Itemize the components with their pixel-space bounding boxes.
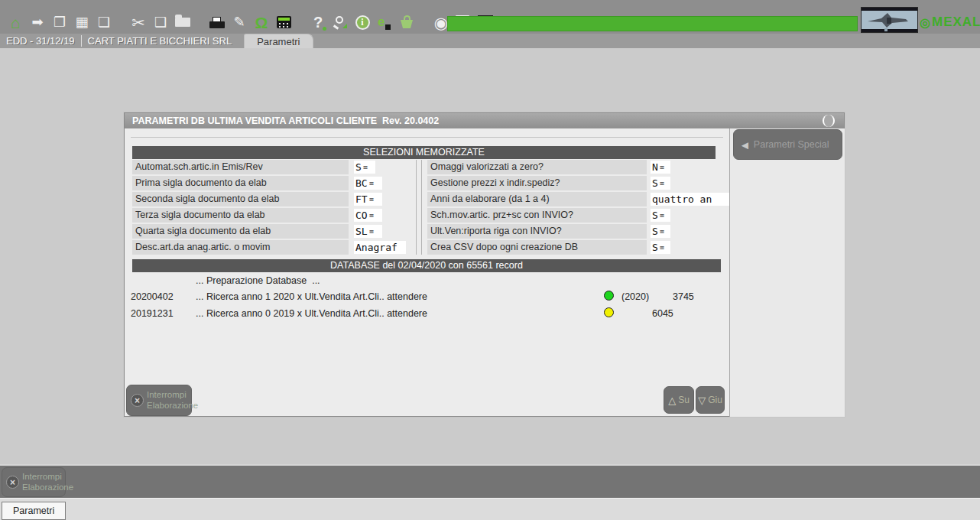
dialog-circle-button[interactable]	[823, 115, 835, 127]
application-window: ⌂ ➡ ❐ ▦ ❏ ✂ ❑ ✎ Ω ? i e ◉ ➤ AA	[0, 0, 980, 520]
log-row-year: (2020)	[621, 291, 649, 302]
field-input-quarta-sigla[interactable]: SL≡	[354, 225, 382, 238]
status-bar: Parametri	[0, 498, 980, 520]
field-label: Ult.Ven:riporta riga con INVIO?	[427, 224, 647, 239]
column-divider	[421, 160, 422, 255]
dialog-right-panel: ◄ Parametri Special	[729, 128, 845, 417]
dialog-rule	[131, 137, 723, 138]
form-row: Ult.Ven:riporta riga con INVIO? S≡	[427, 224, 737, 239]
column-divider	[416, 160, 417, 255]
status-dot-yellow	[604, 307, 614, 317]
omega-icon[interactable]: Ω	[252, 12, 271, 32]
help-icon[interactable]: ?	[309, 12, 327, 32]
field-input-gestione-prezzi[interactable]: S≡	[651, 177, 670, 190]
form-row: Terza sigla documento da elab CO≡	[132, 208, 406, 223]
parametri-db-dialog: PARAMETRI DB ULTIMA VENDITA ARTICOLI CLI…	[124, 112, 845, 417]
log-row-count: 6045	[652, 308, 673, 319]
tab-company-name[interactable]: CART PIATTI E BICCHIERI SRL	[82, 34, 239, 48]
form-column-right: Omaggi valorizzati a zero? N≡ Gestione p…	[427, 160, 737, 256]
log-row-count: 3745	[673, 291, 694, 302]
list-indicator-icon: ≡	[369, 228, 374, 236]
progress-bar	[447, 16, 858, 31]
field-input-omaggi[interactable]: N≡	[651, 161, 670, 174]
info-icon[interactable]: i	[353, 12, 372, 32]
field-input-ult-ven[interactable]: S≡	[651, 225, 670, 238]
triangle-up-icon: △	[668, 395, 676, 405]
list-indicator-icon: ≡	[369, 180, 374, 187]
arrow-left-icon: ◄	[739, 138, 751, 151]
log-row-id: 20191231	[131, 308, 174, 319]
mexal-logo-mark-icon: ◎	[920, 15, 930, 30]
list-indicator-icon: ≡	[369, 212, 374, 219]
form-row: Gestione prezzi x indir.spediz? S≡	[427, 176, 737, 190]
form-column-left: Automat.sch.artic.in Emis/Rev S≡ Prima s…	[132, 160, 406, 256]
field-input-prima-sigla[interactable]: BC≡	[354, 177, 382, 190]
form-row: Sch.mov.artic. prz+sc con INVIO? S≡	[427, 208, 737, 223]
form-row: Omaggi valorizzati a zero? N≡	[427, 160, 737, 174]
bottom-function-bar: × InterrompiElaborazione	[0, 464, 980, 498]
interrompi-elaborazione-button[interactable]: × InterrompiElaborazione	[126, 385, 192, 416]
form-row: Desc.art.da anag.artic. o movim Anagraf	[132, 240, 406, 255]
open-folder-icon[interactable]	[174, 12, 192, 32]
log-row-text: ... Ricerca anno 1 2020 x Ult.Vendita Ar…	[196, 291, 427, 302]
list-indicator-icon: ≡	[660, 228, 664, 236]
list-indicator-icon: ≡	[660, 180, 664, 187]
field-label: Automat.sch.artic.in Emis/Rev	[132, 160, 349, 174]
interrompi-elaborazione-bottom-button[interactable]: × InterrompiElaborazione	[2, 467, 66, 497]
field-label: Seconda sigla documento da elab	[132, 192, 349, 206]
copy-document-icon[interactable]: ❐	[50, 12, 69, 32]
field-label: Desc.art.da anag.artic. o movim	[132, 240, 349, 255]
field-input-terza-sigla[interactable]: CO≡	[354, 209, 382, 222]
movements-icon[interactable]: ▦	[73, 12, 91, 32]
search-icon[interactable]	[331, 12, 349, 32]
field-input-automat[interactable]: S≡	[354, 161, 375, 174]
field-label: Sch.mov.artic. prz+sc con INVIO?	[427, 208, 647, 223]
calculator-icon[interactable]	[274, 12, 293, 32]
field-input-crea-csv[interactable]: S≡	[651, 241, 670, 254]
form-row: Crea CSV dopo ogni creazione DB S≡	[427, 240, 737, 255]
field-input-seconda-sigla[interactable]: FT≡	[354, 193, 382, 206]
status-dot-green	[604, 291, 614, 301]
basket-icon[interactable]	[398, 12, 416, 32]
print-icon[interactable]	[208, 12, 226, 32]
airplane-photo	[861, 7, 918, 33]
log-prep-text: ... Preparazione Database ...	[196, 275, 320, 286]
field-label: Anni da elaborare (da 1 a 4)	[427, 192, 647, 206]
field-label: Gestione prezzi x indir.spediz?	[427, 176, 647, 190]
form-row: Quarta sigla documento da elab SL≡	[132, 224, 406, 239]
database-header: DATABASE del 02/04/2020 con 65561 record	[132, 259, 721, 272]
tab-strip: EDD - 31/12/19 CART PIATTI E BICCHIERI S…	[0, 34, 980, 48]
log-row-id: 20200402	[131, 291, 174, 302]
field-label: Prima sigla documento da elab	[132, 176, 349, 190]
tab-parametri[interactable]: Parametri	[244, 34, 313, 48]
ecommerce-icon[interactable]: e	[375, 12, 394, 32]
dialog-title: PARAMETRI DB ULTIMA VENDITA ARTICOLI CLI…	[125, 113, 844, 128]
parametri-special-button[interactable]: ◄ Parametri Special	[733, 129, 842, 160]
form-row: Seconda sigla documento da elab FT≡	[132, 192, 406, 206]
signature-icon[interactable]: ✎	[230, 12, 248, 32]
home-icon[interactable]: ⌂	[6, 12, 24, 32]
exit-document-icon[interactable]: ➡	[28, 12, 47, 32]
su-button[interactable]: △ Su	[664, 386, 694, 414]
cut-icon[interactable]: ✂	[129, 12, 148, 32]
document-preview-icon[interactable]: ❏	[95, 12, 113, 32]
field-input-desc-art[interactable]: Anagraf	[354, 241, 406, 254]
list-indicator-icon: ≡	[660, 164, 664, 171]
field-label: Omaggi valorizzati a zero?	[427, 160, 647, 174]
log-row-text: ... Ricerca anno 0 2019 x Ult.Vendita Ar…	[196, 308, 427, 319]
mexal-logo: ◎ MEXAL	[920, 15, 980, 30]
list-indicator-icon: ≡	[369, 196, 374, 203]
tab-company-date[interactable]: EDD - 31/12/19	[0, 34, 81, 48]
giu-button[interactable]: ▽ Giu	[696, 386, 725, 414]
status-tab-parametri[interactable]: Parametri	[2, 502, 66, 520]
list-indicator-icon: ≡	[660, 212, 664, 219]
form-row: Prima sigla documento da elab BC≡	[132, 176, 406, 190]
interrupt-icon: ×	[6, 476, 19, 489]
mexal-logo-text: MEXAL	[932, 15, 980, 30]
duplicate-icon[interactable]: ❑	[151, 12, 170, 32]
list-indicator-icon: ≡	[363, 164, 368, 171]
field-label: Terza sigla documento da elab	[132, 208, 349, 223]
form-row: Automat.sch.artic.in Emis/Rev S≡	[132, 160, 406, 174]
field-input-anni[interactable]: quattro an	[651, 193, 737, 206]
field-input-sch-mov[interactable]: S≡	[651, 209, 670, 222]
